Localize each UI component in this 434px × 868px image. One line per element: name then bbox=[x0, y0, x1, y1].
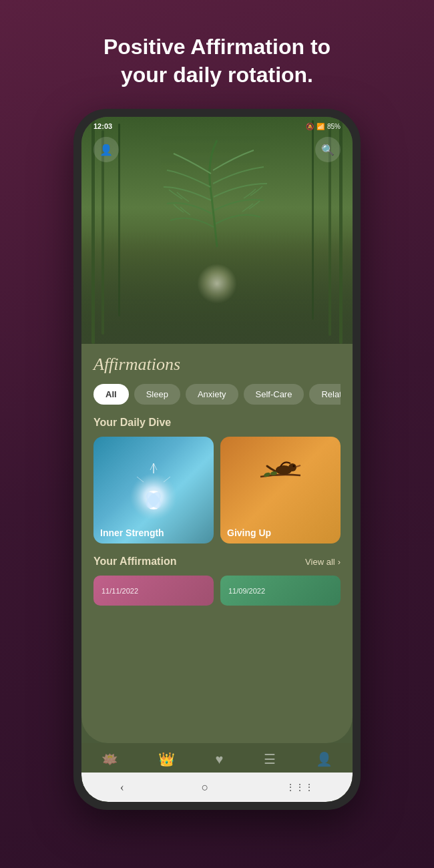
lotus-icon: 🪷 bbox=[101, 751, 118, 767]
android-nav: ‹ ○ ⋮⋮⋮ bbox=[81, 773, 353, 802]
filter-sleep[interactable]: Sleep bbox=[134, 384, 180, 405]
affirmation-card-2[interactable]: 11/09/2022 bbox=[220, 576, 341, 606]
svg-point-12 bbox=[288, 463, 296, 471]
daily-dive-label: Your Daily Dive bbox=[93, 417, 341, 429]
hero-section: 12:03 🔕 📶 85% 👤 🔍 bbox=[81, 117, 353, 344]
nav-profile[interactable]: 👤 bbox=[316, 751, 333, 767]
affirmation-cards: 11/11/2022 11/09/2022 bbox=[93, 576, 341, 606]
hero-controls: 👤 🔍 bbox=[81, 137, 353, 162]
inner-strength-card[interactable]: Inner Strength bbox=[93, 437, 214, 544]
recents-button[interactable]: ⋮⋮⋮ bbox=[286, 782, 314, 793]
giving-up-title: Giving Up bbox=[227, 527, 334, 538]
home-button[interactable]: ○ bbox=[202, 781, 209, 795]
view-all-text: View all bbox=[305, 557, 335, 567]
bottom-nav: 🪷 👑 ♥ ☰ 👤 bbox=[81, 743, 353, 773]
back-button[interactable]: ‹ bbox=[120, 781, 124, 795]
filter-selfcare[interactable]: Self-Care bbox=[244, 384, 304, 405]
affirmation-date-1: 11/11/2022 bbox=[101, 587, 138, 595]
page-title: Positive Affirmation to your daily rotat… bbox=[63, 0, 371, 109]
profile-icon: 👤 bbox=[99, 144, 113, 156]
view-all-button[interactable]: View all › bbox=[305, 557, 341, 567]
affirmation-card-1[interactable]: 11/11/2022 bbox=[93, 576, 214, 606]
phone-screen: 12:03 🔕 📶 85% 👤 🔍 Affirmations bbox=[81, 117, 353, 802]
affirmations-title: Affirmations bbox=[93, 355, 341, 375]
giving-up-card[interactable]: Giving Up bbox=[220, 437, 341, 544]
content-area: Affirmations All Sleep Anxiety Self-Care… bbox=[81, 344, 353, 743]
filter-all[interactable]: All bbox=[93, 384, 129, 405]
your-affirmation-label: Your Affirmation bbox=[93, 556, 176, 568]
inner-strength-title: Inner Strength bbox=[100, 527, 207, 538]
affirmation-date-2: 11/09/2022 bbox=[228, 587, 265, 595]
nav-list[interactable]: ☰ bbox=[264, 751, 276, 767]
search-button[interactable]: 🔍 bbox=[315, 137, 341, 162]
filter-pills: All Sleep Anxiety Self-Care Relat... bbox=[93, 384, 341, 405]
nav-crown[interactable]: 👑 bbox=[158, 751, 175, 767]
heart-icon: ♥ bbox=[216, 752, 224, 767]
nav-favorites[interactable]: ♥ bbox=[216, 752, 224, 767]
battery-text: 85% bbox=[327, 123, 341, 130]
bird-svg bbox=[254, 450, 307, 483]
bird-area bbox=[220, 450, 341, 483]
status-time: 12:03 bbox=[93, 122, 112, 130]
nav-home[interactable]: 🪷 bbox=[101, 751, 118, 767]
status-icons: 🔕 📶 85% bbox=[306, 123, 341, 130]
filter-relationships[interactable]: Relat... bbox=[309, 384, 341, 405]
lotus-svg bbox=[120, 457, 187, 523]
svg-point-13 bbox=[293, 465, 295, 467]
status-bar: 12:03 🔕 📶 85% bbox=[81, 117, 353, 136]
mute-icon: 🔕 bbox=[306, 123, 314, 130]
daily-dive-cards: Inner Strength bbox=[93, 437, 341, 544]
title-line1: Positive Affirmation to bbox=[103, 35, 331, 59]
profile-button[interactable]: 👤 bbox=[93, 137, 119, 162]
list-icon: ☰ bbox=[264, 751, 276, 767]
search-icon: 🔍 bbox=[321, 144, 335, 156]
chevron-right-icon: › bbox=[338, 557, 341, 567]
filter-anxiety[interactable]: Anxiety bbox=[186, 384, 238, 405]
title-line2: your daily rotation. bbox=[121, 63, 313, 87]
phone-frame: 12:03 🔕 📶 85% 👤 🔍 Affirmations bbox=[73, 109, 361, 810]
signal-icon: 📶 bbox=[316, 123, 324, 130]
crown-icon: 👑 bbox=[158, 751, 175, 767]
user-icon: 👤 bbox=[316, 751, 333, 767]
affirmation-header: Your Affirmation View all › bbox=[93, 556, 341, 568]
